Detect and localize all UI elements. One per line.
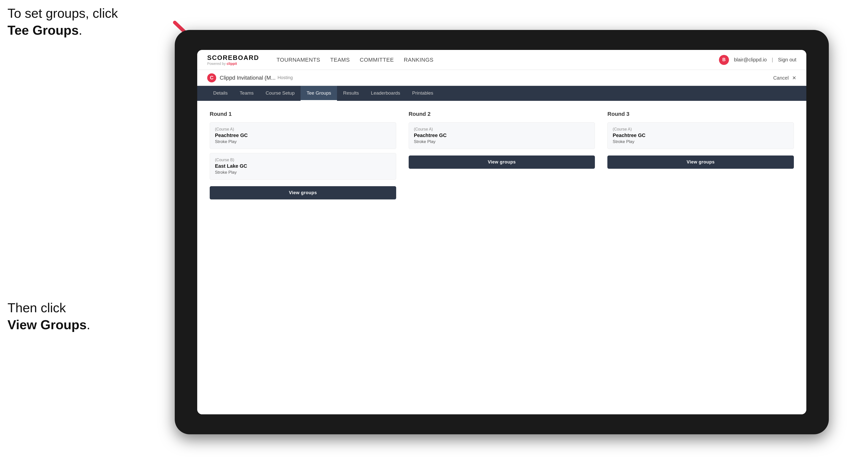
user-email: blair@clippd.io bbox=[734, 57, 767, 63]
tablet-screen: SCOREBOARD Powered by clippit TOURNAMENT… bbox=[197, 50, 806, 414]
instruction-bottom-line1: Then click bbox=[7, 301, 66, 315]
nav-items: TOURNAMENTS TEAMS COMMITTEE RANKINGS bbox=[277, 57, 707, 63]
logo-area: SCOREBOARD Powered by clippit bbox=[207, 54, 259, 66]
sub-header: C Clippd Invitational (M... Hosting Canc… bbox=[197, 70, 806, 86]
round-1-label: Round 1 bbox=[210, 111, 396, 117]
round2-course-a-name: Peachtree GC bbox=[414, 132, 590, 138]
round1-course-b-label: (Course B) bbox=[215, 158, 391, 162]
round2-course-a-card: (Course A) Peachtree GC Stroke Play bbox=[409, 122, 595, 149]
round3-view-groups-button[interactable]: View groups bbox=[608, 156, 794, 169]
scoreboard-logo: SCOREBOARD bbox=[207, 54, 259, 62]
instruction-bottom: Then click View Groups. bbox=[7, 300, 90, 333]
tab-details[interactable]: Details bbox=[207, 86, 234, 101]
tee-groups-highlight: Tee Groups bbox=[7, 23, 79, 37]
round-3-label: Round 3 bbox=[608, 111, 794, 117]
nav-tournaments[interactable]: TOURNAMENTS bbox=[277, 57, 320, 63]
user-avatar: B bbox=[719, 55, 729, 65]
nav-rankings[interactable]: RANKINGS bbox=[404, 57, 434, 63]
instruction-top: To set groups, click Tee Groups. bbox=[7, 5, 118, 39]
view-groups-highlight: View Groups bbox=[7, 317, 87, 332]
round1-course-a-label: (Course A) bbox=[215, 127, 391, 131]
tab-bar: Details Teams Course Setup Tee Groups Re… bbox=[197, 86, 806, 101]
cancel-icon: ✕ bbox=[792, 75, 796, 81]
instruction-top-line1: To set groups, click bbox=[7, 6, 118, 21]
round1-course-b-name: East Lake GC bbox=[215, 163, 391, 169]
round1-course-a-card: (Course A) Peachtree GC Stroke Play bbox=[210, 122, 396, 149]
round1-course-b-card: (Course B) East Lake GC Stroke Play bbox=[210, 153, 396, 180]
round2-view-groups-button[interactable]: View groups bbox=[409, 156, 595, 169]
tablet-device: SCOREBOARD Powered by clippit TOURNAMENT… bbox=[175, 30, 829, 434]
logo-sub: Powered by clippit bbox=[207, 62, 259, 66]
nav-right: B blair@clippd.io | Sign out bbox=[719, 55, 796, 65]
round3-course-a-name: Peachtree GC bbox=[613, 132, 788, 138]
round2-course-a-label: (Course A) bbox=[414, 127, 590, 131]
round-2-column: Round 2 (Course A) Peachtree GC Stroke P… bbox=[409, 111, 595, 199]
sign-out-link[interactable]: Sign out bbox=[778, 57, 796, 63]
round-3-column: Round 3 (Course A) Peachtree GC Stroke P… bbox=[608, 111, 794, 199]
round2-course-a-format: Stroke Play bbox=[414, 139, 590, 144]
tab-teams[interactable]: Teams bbox=[234, 86, 260, 101]
tab-leaderboards[interactable]: Leaderboards bbox=[365, 86, 406, 101]
cancel-button[interactable]: Cancel ✕ bbox=[773, 75, 796, 81]
tab-tee-groups[interactable]: Tee Groups bbox=[301, 86, 337, 101]
tournament-name: Clippd Invitational (M... bbox=[220, 74, 276, 81]
round-2-label: Round 2 bbox=[409, 111, 595, 117]
round3-course-a-format: Stroke Play bbox=[613, 139, 788, 144]
nav-committee[interactable]: COMMITTEE bbox=[360, 57, 394, 63]
tab-results[interactable]: Results bbox=[337, 86, 365, 101]
hosting-badge: Hosting bbox=[278, 75, 293, 81]
nav-teams[interactable]: TEAMS bbox=[330, 57, 350, 63]
tab-printables[interactable]: Printables bbox=[406, 86, 439, 101]
tournament-logo: C bbox=[207, 73, 216, 82]
main-content: Round 1 (Course A) Peachtree GC Stroke P… bbox=[197, 101, 806, 414]
rounds-grid: Round 1 (Course A) Peachtree GC Stroke P… bbox=[210, 111, 794, 199]
round3-course-a-card: (Course A) Peachtree GC Stroke Play bbox=[608, 122, 794, 149]
round1-course-b-format: Stroke Play bbox=[215, 170, 391, 175]
round1-course-a-name: Peachtree GC bbox=[215, 132, 391, 138]
round1-course-a-format: Stroke Play bbox=[215, 139, 391, 144]
round1-view-groups-button[interactable]: View groups bbox=[210, 186, 396, 199]
top-nav: SCOREBOARD Powered by clippit TOURNAMENT… bbox=[197, 50, 806, 70]
round-1-column: Round 1 (Course A) Peachtree GC Stroke P… bbox=[210, 111, 396, 199]
tab-course-setup[interactable]: Course Setup bbox=[260, 86, 301, 101]
round3-course-a-label: (Course A) bbox=[613, 127, 788, 131]
